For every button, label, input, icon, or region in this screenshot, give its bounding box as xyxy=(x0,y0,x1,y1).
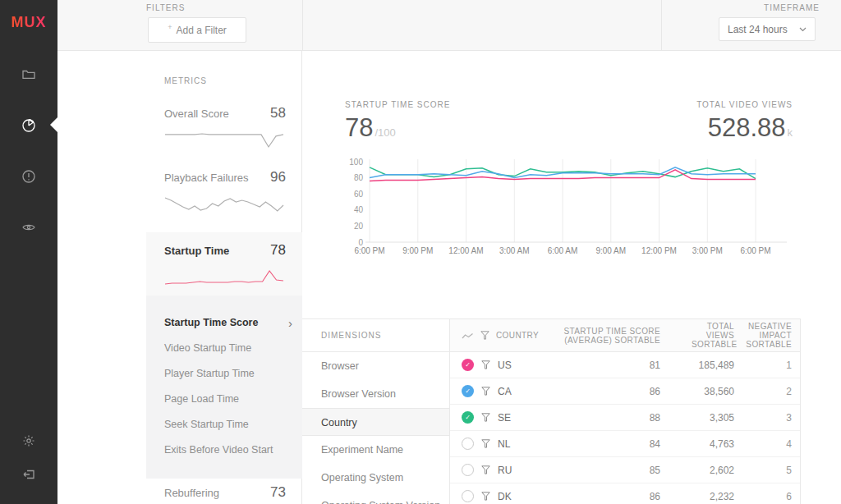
country-table: COUNTRY STARTUP TIME SCORE (AVERAGE) SOR… xyxy=(450,319,801,504)
stat-label: TOTAL VIDEO VIEWS xyxy=(696,100,793,109)
submetric-exits-before-video-start[interactable]: Exits Before Video Start xyxy=(146,441,302,459)
table-row-us[interactable]: ✓ US 81 185,489 1 xyxy=(450,352,800,378)
impact-column-header[interactable]: NEGATIVE IMPACT SORTABLE xyxy=(734,322,792,349)
sign-out-icon[interactable] xyxy=(21,467,36,482)
row-checkbox[interactable]: ✓ xyxy=(462,359,474,371)
dimension-operating-system[interactable]: Operating System xyxy=(302,464,449,492)
svg-text:9:00 AM: 9:00 AM xyxy=(595,246,626,255)
topbar-divider xyxy=(661,0,662,50)
eye-icon[interactable] xyxy=(21,220,36,235)
row-checkbox[interactable] xyxy=(462,464,474,476)
column-label: NEGATIVE IMPACT SORTABLE xyxy=(741,322,792,349)
metric-item-startup-time[interactable]: Startup Time 78 xyxy=(146,232,302,296)
svg-text:60: 60 xyxy=(354,190,364,199)
metric-label: Playback Failures xyxy=(164,172,249,184)
pie-chart-icon[interactable] xyxy=(21,118,36,133)
submetric-video-startup-time[interactable]: Video Startup Time xyxy=(146,339,302,357)
row-checkbox[interactable]: ✓ xyxy=(462,385,474,397)
chevron-down-icon xyxy=(799,27,807,32)
sidebar: MUX xyxy=(0,0,57,504)
alerts-icon[interactable] xyxy=(21,169,36,184)
add-filter-button[interactable]: + Add a Filter xyxy=(148,17,246,43)
column-label: STARTUP TIME SCORE (AVERAGE) SORTABLE xyxy=(554,327,660,345)
score-column-header[interactable]: STARTUP TIME SCORE (AVERAGE) SORTABLE xyxy=(554,327,660,345)
submetric-label: Exits Before Video Start xyxy=(164,444,273,456)
metric-item-overall-score[interactable]: Overall Score 58 xyxy=(146,105,302,149)
svg-text:12:00 AM: 12:00 AM xyxy=(448,246,483,255)
row-checkbox[interactable]: ✓ xyxy=(462,411,474,424)
table-header: COUNTRY STARTUP TIME SCORE (AVERAGE) SOR… xyxy=(450,319,800,352)
metrics-panel: METRICS Overall Score 58 Playback Failur… xyxy=(57,51,302,504)
table-row-dk[interactable]: DK 86 2,232 6 xyxy=(450,483,800,504)
column-label: COUNTRY xyxy=(496,331,539,340)
metric-item-rebuffering[interactable]: Rebuffering 73 xyxy=(146,484,302,504)
submetric-player-startup-time[interactable]: Player Startup Time xyxy=(146,364,302,383)
topbar-divider xyxy=(302,0,303,50)
score-value: 88 xyxy=(554,412,660,424)
row-checkbox[interactable] xyxy=(462,438,474,450)
views-value: 2,602 xyxy=(660,465,734,476)
submetric-label: Seek Startup Time xyxy=(164,419,249,430)
svg-text:0: 0 xyxy=(358,238,363,247)
dimension-country[interactable]: Country xyxy=(302,408,449,436)
submetric-label: Startup Time Score xyxy=(164,317,258,328)
filter-funnel-icon[interactable] xyxy=(481,387,490,396)
filter-funnel-icon[interactable] xyxy=(481,465,490,474)
table-row-ca[interactable]: ✓ CA 86 38,560 2 xyxy=(450,378,800,405)
timeframe-select[interactable]: Last 24 hours xyxy=(719,17,816,41)
dimension-operating-system-version[interactable]: Operating System Version xyxy=(302,492,449,504)
dimensions-and-table: DIMENSIONS Browser Browser Version Count… xyxy=(302,318,801,504)
country-code: CA xyxy=(498,386,512,397)
table-row-se[interactable]: ✓ SE 88 3,305 3 xyxy=(450,405,800,431)
views-column-header[interactable]: TOTAL VIEWS SORTABLE xyxy=(660,322,734,349)
svg-text:6:00 PM: 6:00 PM xyxy=(354,246,384,255)
stat-label: STARTUP TIME SCORE xyxy=(345,100,450,109)
svg-text:6:00 PM: 6:00 PM xyxy=(740,246,770,255)
metric-value: 96 xyxy=(270,169,286,186)
svg-text:3:00 AM: 3:00 AM xyxy=(499,246,530,255)
filter-funnel-icon[interactable] xyxy=(481,492,490,501)
submetric-page-load-time[interactable]: Page Load Time xyxy=(146,390,302,408)
views-value: 4,763 xyxy=(660,438,734,450)
submetrics-list: Startup Time Score › Video Startup Time … xyxy=(146,296,302,479)
column-label: TOTAL VIEWS SORTABLE xyxy=(692,322,734,349)
country-code: DK xyxy=(498,491,512,502)
country-code: US xyxy=(498,360,512,371)
row-checkbox[interactable] xyxy=(462,490,474,502)
svg-text:3:00 PM: 3:00 PM xyxy=(692,246,723,255)
impact-value: 5 xyxy=(734,465,792,476)
score-value: 86 xyxy=(554,491,660,502)
metric-label: Startup Time xyxy=(164,245,229,257)
dimension-browser-version[interactable]: Browser Version xyxy=(302,380,449,408)
timeframe-value: Last 24 hours xyxy=(728,24,788,35)
mux-logo[interactable]: MUX xyxy=(0,14,57,31)
submetric-seek-startup-time[interactable]: Seek Startup Time xyxy=(146,415,302,433)
table-row-ru[interactable]: RU 85 2,602 5 xyxy=(450,457,800,483)
filter-funnel-icon[interactable] xyxy=(481,413,490,422)
score-value: 85 xyxy=(554,465,660,476)
dimension-experiment-name[interactable]: Experiment Name xyxy=(302,436,449,464)
impact-value: 4 xyxy=(734,438,792,450)
filter-funnel-icon[interactable] xyxy=(481,360,490,369)
metric-value: 73 xyxy=(270,484,286,501)
metric-item-playback-failures[interactable]: Playback Failures 96 xyxy=(146,169,302,213)
chevron-right-icon: › xyxy=(288,316,292,330)
dimension-browser[interactable]: Browser xyxy=(302,352,449,380)
score-value: 86 xyxy=(554,386,660,397)
folder-icon[interactable] xyxy=(21,67,36,82)
country-column-header[interactable]: COUNTRY xyxy=(462,331,554,340)
svg-text:80: 80 xyxy=(354,173,364,182)
add-filter-label: Add a Filter xyxy=(176,25,226,36)
mux-dashboard: MUX xyxy=(0,0,841,504)
gear-icon[interactable] xyxy=(21,433,36,448)
svg-text:40: 40 xyxy=(354,205,364,214)
country-code: NL xyxy=(498,438,510,450)
svg-text:9:00 PM: 9:00 PM xyxy=(402,246,433,255)
table-row-nl[interactable]: NL 84 4,763 4 xyxy=(450,431,800,457)
views-value: 38,560 xyxy=(660,386,734,397)
metric-label: Overall Score xyxy=(164,108,229,120)
views-value: 3,305 xyxy=(660,412,734,424)
filter-funnel-icon[interactable] xyxy=(481,439,490,448)
country-code: SE xyxy=(498,412,511,424)
submetric-startup-time-score[interactable]: Startup Time Score › xyxy=(146,314,302,332)
